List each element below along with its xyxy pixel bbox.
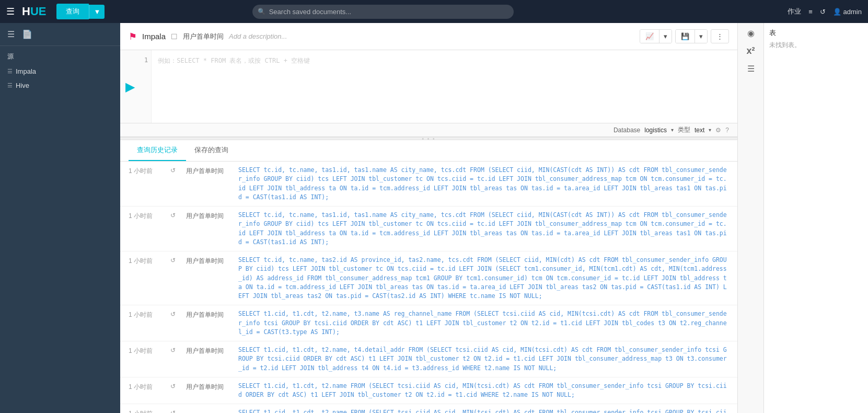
save-button[interactable]: 💾 [676,30,695,43]
database-label: Database [614,127,640,134]
history-query-name: 用户首单时间 [186,346,233,355]
history-time: 1 小时前 [129,309,165,319]
save-button-group: 💾 ▾ [675,29,708,43]
type-value[interactable]: text [695,127,704,134]
history-row[interactable]: 1 小时前↺SELECT t1.cid, t1.cdt, t2.name FRO… [120,404,737,413]
right-info-panel: 表 未找到表。 [763,23,868,413]
logo: H UE [22,5,46,18]
right-panel: ◉ x² ☰ [737,23,763,413]
history-row[interactable]: 1 小时前↺用户首单时间SELECT t1.cid, t1.cdt, t2.na… [120,341,737,377]
db-dropdown-arrow[interactable]: ▾ [671,127,674,133]
impala-db-icon: ☰ [7,68,13,75]
history-query-name: 用户首单时间 [186,211,233,221]
history-status-icon: ↺ [170,346,181,354]
tab-saved[interactable]: 保存的查询 [186,140,237,161]
history-sql: SELECT t1.cid, t1.cdt, t2.name, t4.detai… [238,346,729,373]
history-query-name: 用户首单时间 [186,309,233,319]
nav-right-actions: 作业 ≡ ↺ 👤 admin [788,7,862,16]
history-status-icon: ↺ [170,256,181,264]
sidebar-item-impala[interactable]: ☰ Impala [0,64,120,78]
source-label: 源 [0,46,120,64]
query-main-button[interactable]: 查询 [56,4,89,19]
history-row[interactable]: 1 小时前↺用户首单时间SELECT t1.cid, t1.cdt, t2.na… [120,377,737,405]
right-panel-superscript-icon[interactable]: x² [746,45,755,56]
history-time: 1 小时前 [129,166,165,176]
history-row[interactable]: 1 小时前↺用户首单时间SELECT tc.id, tc.name, tas1.… [120,206,737,251]
history-icon[interactable]: ↺ [820,8,826,16]
history-time: 1 小时前 [129,346,165,355]
save-dropdown[interactable]: ▾ [695,30,707,43]
history-time: 1 小时前 [129,256,165,266]
history-tabs: 查询历史记录 保存的查询 [120,140,737,162]
jobs-link[interactable]: 作业 [788,7,801,16]
engine-label: Impala [142,32,166,41]
history-sql: SELECT tc.id, tc.name, tas1.id, tas1.nam… [238,211,729,247]
sql-editor-area: ▶ 1 例如：SELECT * FROM 表名，或按 CTRL + 空格键 [120,50,737,123]
tab-history[interactable]: 查询历史记录 [129,140,186,161]
sidebar-item-hive[interactable]: ☰ Hive [0,78,120,93]
history-status-icon: ↺ [170,382,181,390]
history-time: 1 小时前 [129,382,165,392]
history-row[interactable]: 1 小时前↺用户首单时间SELECT t1.cid, t1.cdt, t2.na… [120,305,737,341]
list-icon[interactable]: ≡ [808,8,813,16]
impala-icon: ⚑ [129,31,137,42]
search-input[interactable] [252,5,514,19]
editor-header-actions: 📈 ▾ 💾 ▾ ⋮ [640,29,729,43]
save-chart-group: 📈 ▾ [640,29,672,43]
history-table: 1 小时前↺用户首单时间SELECT tc.id, tc.name, tas1.… [120,162,737,413]
hamburger-icon[interactable]: ☰ [6,6,15,17]
left-sidebar: ☰ 📄 源 ☰ Impala ☰ Hive [0,23,120,413]
sidebar-file-icon[interactable]: 📄 [22,29,32,39]
file-icon[interactable]: ☐ [171,32,178,41]
chart-button[interactable]: 📈 [640,30,659,43]
right-info-title: 表 [769,28,863,38]
history-time: 1 小时前 [129,211,165,221]
sidebar-icon-row: ☰ 📄 [0,23,120,46]
history-query-name: 用户首单时间 [186,166,233,176]
sql-editor-input[interactable]: 例如：SELECT * FROM 表名，或按 CTRL + 空格键 [152,50,737,123]
chart-dropdown[interactable]: ▾ [659,30,672,43]
description-placeholder[interactable]: Add a description... [229,32,287,40]
tab-name: 用户首单时间 [183,32,224,41]
hive-db-icon: ☰ [7,82,13,89]
history-query-name: 用户首单时间 [186,256,233,266]
history-status-icon: ↺ [170,309,181,318]
right-panel-list-icon[interactable]: ☰ [747,64,755,74]
run-button[interactable]: ▶ [125,81,135,93]
impala-label: Impala [16,67,36,75]
history-sql: SELECT t1.cid, t1.cdt, t2.name FROM (SEL… [238,382,729,400]
hive-label: Hive [16,82,29,89]
logo-ue: UE [30,5,47,18]
top-nav: ☰ H UE 查询 ▼ 🔍 作业 ≡ ↺ 👤 admin [0,0,868,23]
admin-link[interactable]: 👤 admin [833,8,862,16]
type-dropdown-arrow[interactable]: ▾ [709,127,711,133]
history-row[interactable]: 1 小时前↺用户首单时间SELECT tc.id, tc.name, tas2.… [120,251,737,305]
history-row[interactable]: 1 小时前↺用户首单时间SELECT tc.id, tc.name, tas1.… [120,162,737,206]
history-query-name: 用户首单时间 [186,382,233,392]
history-status-icon: ↺ [170,408,181,413]
history-status-icon: ↺ [170,211,181,219]
help-icon[interactable]: ? [725,127,729,134]
center-content: ⚑ Impala ☐ 用户首单时间 Add a description... 📈… [120,23,737,413]
history-sql: SELECT t1.cid, t1.cdt, t2.name, t3.name … [238,309,729,337]
database-value[interactable]: logistics [644,127,667,134]
history-time: 1 小时前 [129,408,165,413]
logo-h: H [22,5,30,18]
search-icon: 🔍 [258,8,265,15]
search-bar: 🔍 [252,5,514,19]
query-dropdown-button[interactable]: ▼ [89,5,105,19]
history-query-name [186,408,233,409]
more-actions-button[interactable]: ⋮ [711,29,729,43]
main-layout: ☰ 📄 源 ☰ Impala ☰ Hive ⚑ Impala ☐ 用户首单时间 … [0,23,868,413]
type-label: 类型 [678,125,690,134]
history-sql: SELECT t1.cid, t1.cdt, t2.name FROM (SEL… [238,408,729,413]
settings-icon[interactable]: ⚙ [715,127,721,134]
right-section: ◉ x² ☰ 表 未找到表。 [737,23,868,413]
editor-settings-bar: Database logistics ▾ 类型 text ▾ ⚙ ? [120,123,737,137]
query-button-group: 查询 ▼ [56,4,105,19]
history-sql: SELECT tc.id, tc.name, tas2.id AS provin… [238,256,729,301]
editor-header: ⚑ Impala ☐ 用户首单时间 Add a description... 📈… [120,23,737,50]
right-panel-clock-icon[interactable]: ◉ [747,28,755,38]
history-status-icon: ↺ [170,166,181,174]
sidebar-layers-icon[interactable]: ☰ [7,29,15,39]
